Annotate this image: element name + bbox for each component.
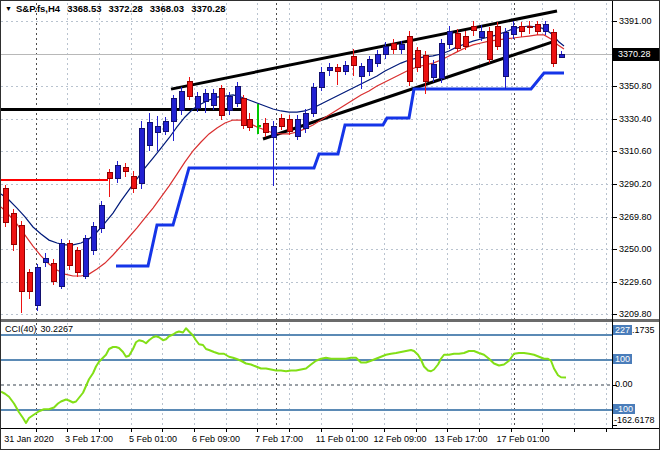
- cci-zero-label: 0.00: [615, 379, 633, 389]
- price-axis-label: 3290.20: [619, 179, 652, 189]
- ohlc-low: 3368.03: [150, 3, 184, 14]
- indicator-name: CCI(40): [5, 324, 37, 334]
- ohlc-close: 3370.28: [191, 3, 225, 14]
- chart-title: ▼S&P.fs,H43368.533372.283368.033370.28: [5, 3, 233, 14]
- chart-window: ▼S&P.fs,H43368.533372.283368.033370.28 C…: [0, 0, 660, 450]
- ohlc-open: 3368.53: [67, 3, 101, 14]
- current-price-badge: 3370.28: [613, 48, 660, 61]
- cci-max-rest: .1735: [632, 325, 655, 335]
- chart-symbol: S&P.fs,H4: [16, 3, 60, 14]
- ohlc-high: 3372.28: [108, 3, 142, 14]
- price-axis-label: 3209.80: [619, 309, 652, 319]
- cci-level-badge-low: -100: [613, 404, 635, 414]
- cci-min-label: -162.6178: [614, 415, 655, 425]
- price-axis-label: 3229.60: [619, 277, 652, 287]
- cci-max-label: 227.1735: [613, 325, 655, 335]
- price-axis-label: 3250.00: [619, 244, 652, 254]
- time-axis-label: 17 Feb 01:00: [463, 434, 583, 444]
- symbol-dropdown-icon[interactable]: ▼: [5, 5, 12, 12]
- price-axis-label: 3350.80: [619, 81, 652, 91]
- price-axis-label: 3391.00: [619, 16, 652, 26]
- cci-level-badge-200: 227: [613, 325, 632, 335]
- indicator-label: CCI(40)30.2267: [5, 324, 77, 334]
- indicator-value: 30.2267: [41, 324, 74, 334]
- chart-canvas[interactable]: [1, 1, 660, 450]
- price-axis-label: 3330.40: [619, 114, 652, 124]
- price-axis-label: 3269.80: [619, 212, 652, 222]
- price-axis-label: 3310.60: [619, 146, 652, 156]
- cci-level-badge-high: 100: [613, 354, 632, 364]
